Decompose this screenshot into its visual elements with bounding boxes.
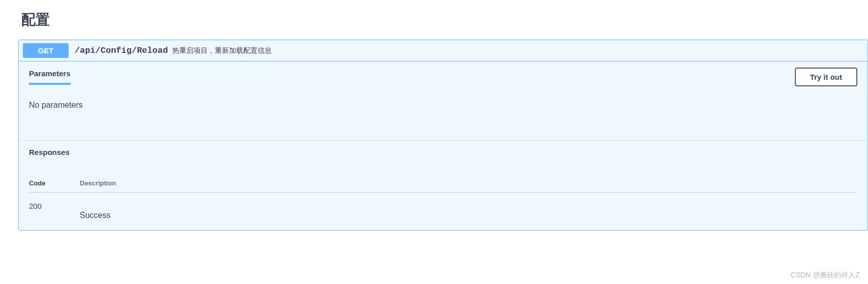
- responses-title: Responses: [29, 148, 70, 156]
- responses-table-header: Code Description: [29, 179, 857, 193]
- response-description: Success: [80, 202, 110, 220]
- endpoint-body: Parameters Try it out No parameters Resp…: [19, 61, 867, 230]
- endpoint-container: GET /api/Config/Reload 热重启项目，重新加载配置信息 Pa…: [18, 40, 868, 231]
- no-parameters-text: No parameters: [19, 90, 867, 140]
- response-row: 200 Success: [29, 193, 857, 220]
- parameters-section-header: Parameters Try it out: [19, 61, 867, 90]
- parameters-tab[interactable]: Parameters: [29, 69, 71, 85]
- column-header-code: Code: [29, 179, 80, 187]
- response-code: 200: [29, 202, 80, 220]
- responses-section-header: Responses: [19, 140, 867, 164]
- endpoint-description: 热重启项目，重新加载配置信息: [172, 46, 272, 55]
- http-method-badge: GET: [23, 43, 69, 58]
- column-header-description: Description: [80, 179, 116, 187]
- section-title: 配置: [0, 0, 868, 40]
- endpoint-header[interactable]: GET /api/Config/Reload 热重启项目，重新加载配置信息: [19, 40, 867, 61]
- try-it-out-button[interactable]: Try it out: [795, 68, 857, 86]
- endpoint-path: /api/Config/Reload: [75, 46, 168, 55]
- responses-table: Code Description 200 Success: [19, 164, 867, 230]
